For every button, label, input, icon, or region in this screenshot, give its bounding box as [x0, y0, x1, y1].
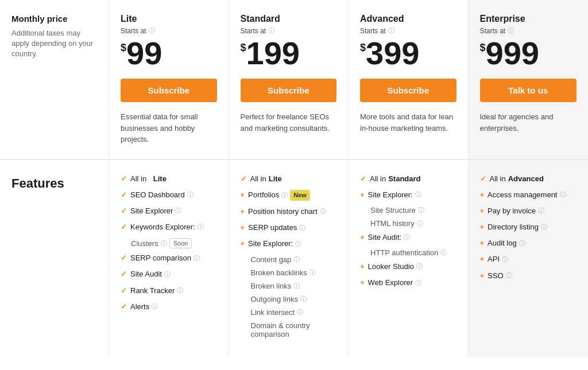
lite-keywords-explorer-text: Keywords Explorer: ⓘ	[130, 222, 204, 232]
plus-icon: +	[241, 239, 245, 249]
advanced-web-explorer: + Web Explorer ⓘ	[360, 278, 457, 288]
info-icon[interactable]: ⓘ	[519, 239, 525, 248]
info-icon[interactable]: ⓘ	[152, 302, 158, 311]
lite-serp-comparison-text: SERP comparison ⓘ	[130, 253, 200, 263]
lite-price-display: $ 99	[121, 37, 217, 69]
checkmark-icon: ✓	[121, 174, 127, 184]
info-icon[interactable]: ⓘ	[404, 233, 410, 242]
advanced-subscribe-button[interactable]: Subscribe	[360, 79, 457, 102]
enterprise-access-management-text: Access management ⓘ	[488, 190, 566, 200]
info-icon[interactable]: ⓘ	[502, 255, 508, 264]
features-title: Features	[11, 174, 97, 191]
standard-included-text: All in Lite	[250, 174, 282, 184]
info-icon[interactable]: ⓘ	[175, 207, 181, 215]
lite-seo-dashboard-text: SEO Dashboard ⓘ	[130, 190, 194, 200]
enterprise-plan-header: Enterprise Starts at ⓘ $ 999 Talk to us …	[469, 0, 589, 159]
checkmark-icon: ✓	[121, 253, 127, 263]
info-icon[interactable]: ⓘ	[295, 240, 301, 248]
features-label-col: Features	[0, 159, 109, 357]
plus-icon: +	[480, 222, 485, 232]
info-icon[interactable]: ⓘ	[506, 271, 512, 280]
standard-starts-at: Starts at ⓘ	[241, 26, 337, 35]
info-icon[interactable]: ⓘ	[415, 279, 421, 287]
soon-badge: Soon	[169, 238, 192, 248]
standard-plan-header: Standard Starts at ⓘ $ 199 Subscribe Per…	[229, 0, 349, 159]
info-icon[interactable]: ⓘ	[299, 224, 305, 232]
info-icon[interactable]: ⓘ	[310, 268, 316, 277]
info-icon[interactable]: ⓘ	[440, 248, 447, 257]
lite-price-amount: 99	[126, 37, 162, 69]
checkmark-icon: ✓	[480, 174, 486, 184]
standard-site-explorer: + Site Explorer: ⓘ	[241, 239, 337, 249]
advanced-web-explorer-text: Web Explorer ⓘ	[368, 278, 422, 288]
lite-subscribe-button[interactable]: Subscribe	[121, 79, 217, 102]
info-icon[interactable]: ⓘ	[320, 207, 326, 216]
checkmark-icon: ✓	[121, 269, 127, 279]
info-icon[interactable]: ⓘ	[417, 219, 423, 228]
enterprise-directory-listing: + Directory listing ⓘ	[480, 222, 577, 232]
plus-icon: +	[360, 278, 365, 288]
lite-starts-at-info-icon[interactable]: ⓘ	[149, 26, 155, 35]
enterprise-api-text: API ⓘ	[488, 254, 508, 264]
advanced-site-audit-text: Site Audit: ⓘ	[368, 232, 411, 243]
info-icon[interactable]: ⓘ	[187, 190, 194, 199]
enterprise-sso: + SSO ⓘ	[480, 271, 577, 281]
lite-site-explorer: ✓ Site Explorer ⓘ	[121, 206, 217, 216]
advanced-starts-at-info-icon[interactable]: ⓘ	[388, 26, 394, 35]
advanced-starts-at: Starts at ⓘ	[360, 26, 457, 35]
standard-portfolios-text: Portfolios ⓘ New	[248, 190, 310, 201]
info-icon[interactable]: ⓘ	[161, 239, 167, 248]
info-icon[interactable]: ⓘ	[297, 308, 303, 317]
checkmark-icon: ✓	[121, 286, 127, 296]
info-icon[interactable]: ⓘ	[415, 190, 421, 199]
lite-starts-at: Starts at ⓘ	[121, 26, 217, 35]
standard-starts-at-info-icon[interactable]: ⓘ	[268, 26, 274, 35]
info-icon[interactable]: ⓘ	[560, 190, 566, 199]
monthly-price-col: Monthly price Additional taxes may apply…	[0, 0, 109, 159]
info-icon[interactable]: ⓘ	[293, 255, 300, 264]
checkmark-icon: ✓	[121, 302, 127, 312]
info-icon[interactable]: ⓘ	[541, 223, 547, 231]
plus-icon: +	[241, 223, 245, 233]
advanced-looker-studio-text: Looker Studio ⓘ	[368, 262, 423, 272]
checkmark-icon: ✓	[241, 174, 247, 184]
enterprise-included-text: All in Advanced	[490, 174, 544, 184]
advanced-html-history: HTML history ⓘ	[370, 219, 457, 228]
advanced-plan-desc: More tools and data for lean in-house ma…	[360, 111, 457, 134]
info-icon[interactable]: ⓘ	[194, 254, 200, 263]
advanced-price-amount: 399	[366, 37, 419, 69]
standard-outgoing-links: Outgoing links ⓘ	[251, 295, 337, 303]
info-icon[interactable]: ⓘ	[416, 262, 423, 271]
standard-subscribe-button[interactable]: Subscribe	[241, 79, 337, 102]
standard-serp-updates: + SERP updates ⓘ	[241, 223, 337, 233]
plus-icon: +	[480, 238, 485, 248]
info-icon[interactable]: ⓘ	[164, 270, 171, 279]
standard-plan-desc: Perfect for freelance SEOs and marketing…	[241, 111, 337, 134]
info-icon[interactable]: ⓘ	[300, 295, 307, 303]
checkmark-icon: ✓	[360, 174, 366, 184]
lite-serp-comparison: ✓ SERP comparison ⓘ	[121, 253, 217, 263]
info-icon[interactable]: ⓘ	[293, 282, 300, 290]
plus-icon: +	[360, 190, 365, 200]
enterprise-starts-at-info-icon[interactable]: ⓘ	[508, 26, 514, 35]
checkmark-icon: ✓	[121, 222, 127, 232]
info-icon[interactable]: ⓘ	[198, 223, 204, 231]
enterprise-features-col: ✓ All in Advanced + Access management ⓘ …	[469, 159, 589, 357]
advanced-http-auth: HTTP authentication ⓘ	[370, 248, 457, 257]
advanced-price-display: $ 399	[360, 37, 457, 69]
enterprise-audit-log: + Audit log ⓘ	[480, 238, 577, 248]
enterprise-plan-desc: Ideal for agencies and enterprises.	[480, 111, 577, 134]
enterprise-included-header: ✓ All in Advanced	[480, 174, 577, 184]
enterprise-talk-to-us-button[interactable]: Talk to us	[480, 79, 577, 102]
standard-features-col: ✓ All in Lite + Portfolios ⓘ New + Posit…	[229, 159, 349, 357]
advanced-site-audit: + Site Audit: ⓘ	[360, 232, 457, 243]
new-badge: New	[290, 190, 310, 201]
info-icon[interactable]: ⓘ	[281, 191, 288, 200]
info-icon[interactable]: ⓘ	[538, 207, 544, 215]
standard-serp-updates-text: SERP updates ⓘ	[248, 223, 305, 233]
info-icon[interactable]: ⓘ	[177, 286, 183, 295]
enterprise-starts-at: Starts at ⓘ	[480, 26, 577, 35]
info-icon[interactable]: ⓘ	[418, 206, 424, 215]
plus-icon: +	[360, 232, 365, 243]
enterprise-access-management: + Access management ⓘ	[480, 190, 577, 200]
